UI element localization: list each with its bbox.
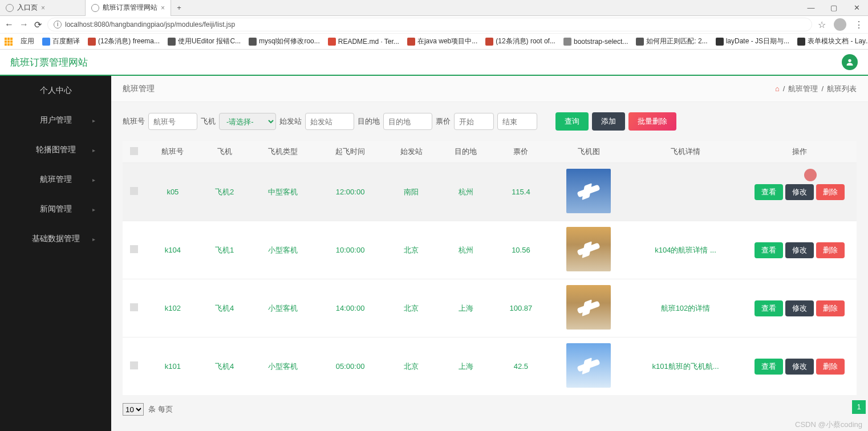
checkbox[interactable] xyxy=(130,303,138,311)
star-icon[interactable]: ☆ xyxy=(818,19,826,30)
add-button[interactable]: 添加 xyxy=(592,112,625,131)
cell-detail xyxy=(628,163,743,221)
crumb-link[interactable]: 航班管理 xyxy=(788,84,818,94)
plane-image[interactable] xyxy=(566,227,611,271)
view-button[interactable]: 查看 xyxy=(755,359,783,375)
dep-input[interactable] xyxy=(305,113,354,130)
plane-image[interactable] xyxy=(566,343,611,388)
home-icon[interactable]: ⌂ xyxy=(775,84,780,93)
checkbox[interactable] xyxy=(130,245,138,253)
bookmark[interactable]: 如何用正则匹配: 2... xyxy=(636,36,707,46)
cell-type: 小型客机 xyxy=(249,221,317,279)
view-button[interactable]: 查看 xyxy=(755,242,783,258)
cell-type: 中型客机 xyxy=(249,163,317,221)
address-bar[interactable]: i localhost:8080/hangbandingpiao/jsp/mod… xyxy=(47,18,812,31)
col-flight-no: 航班号 xyxy=(145,141,200,163)
cursor-icon xyxy=(804,169,817,181)
cell-ops: 查看 修改 删除 xyxy=(743,338,857,396)
col-time: 起飞时间 xyxy=(317,141,384,163)
plane-image[interactable] xyxy=(566,285,611,330)
page-indicator[interactable]: 1 xyxy=(852,400,866,414)
tab-entry[interactable]: 入口页 × xyxy=(0,0,86,16)
view-button[interactable]: 查看 xyxy=(755,300,783,316)
bookmark[interactable]: (12条消息) freema... xyxy=(88,36,160,46)
table-row: k101飞机4小型客机05:00:00北京上海42.5k101航班的飞机航...… xyxy=(123,338,857,396)
sidebar-item-news[interactable]: 新闻管理▸ xyxy=(0,194,111,224)
price-end-input[interactable] xyxy=(497,113,537,130)
bookmark[interactable]: mysql如何修改roo... xyxy=(249,36,320,46)
info-icon[interactable]: i xyxy=(54,21,62,29)
site-title: 航班订票管理网站 xyxy=(10,56,88,69)
page-size-suffix: 条 每页 xyxy=(148,404,173,414)
delete-button[interactable]: 删除 xyxy=(816,242,845,258)
tab-active[interactable]: 航班订票管理网站 × xyxy=(86,0,171,16)
edit-button[interactable]: 修改 xyxy=(785,359,814,375)
back-icon[interactable]: ← xyxy=(5,19,14,30)
batch-delete-button[interactable]: 批量删除 xyxy=(628,112,676,131)
globe-icon xyxy=(6,4,14,12)
cell-price: 42.5 xyxy=(493,338,549,396)
forward-icon[interactable]: → xyxy=(19,19,29,30)
sidebar-item-carousel[interactable]: 轮播图管理▸ xyxy=(0,135,111,165)
delete-button[interactable]: 删除 xyxy=(816,300,845,316)
reload-icon[interactable]: ⟳ xyxy=(34,19,42,30)
apps-icon[interactable] xyxy=(5,38,13,46)
bookmark[interactable]: layDate - JS日期与... xyxy=(716,36,789,46)
profile-icon[interactable] xyxy=(834,18,846,31)
cell-detail: k101航班的飞机航... xyxy=(628,338,743,396)
maximize-icon[interactable]: ▢ xyxy=(822,3,845,12)
close-icon[interactable]: × xyxy=(41,4,45,12)
checkbox-all[interactable] xyxy=(130,147,138,155)
edit-button[interactable]: 修改 xyxy=(785,300,814,316)
bookmark[interactable]: 使用UEditor 报错C... xyxy=(168,36,241,46)
bookmark[interactable]: 表单模块文档 - Lay... xyxy=(797,36,868,46)
cell-dest: 杭州 xyxy=(439,163,493,221)
cell-ops: 查看 修改 删除 xyxy=(743,163,857,221)
bookmark[interactable]: 百度翻译 xyxy=(42,36,80,46)
sidebar-item-users[interactable]: 用户管理▸ xyxy=(0,105,111,135)
menu-icon[interactable]: ⋮ xyxy=(854,19,863,30)
cell-dep: 北京 xyxy=(384,279,439,338)
delete-button[interactable]: 删除 xyxy=(816,359,845,375)
table-row: k104飞机1小型客机10:00:00北京杭州10.56k104的航班详情 ..… xyxy=(123,221,857,279)
new-tab-button[interactable]: + xyxy=(171,3,187,12)
edit-button[interactable]: 修改 xyxy=(785,242,814,258)
user-button[interactable] xyxy=(842,54,858,70)
sidebar-item-profile[interactable]: 个人中心 xyxy=(0,76,111,105)
sidebar-item-basedata[interactable]: 基础数据管理▸ xyxy=(0,224,111,254)
close-icon[interactable]: ✕ xyxy=(845,3,868,12)
bookmark[interactable]: bootstrap-select... xyxy=(563,38,628,46)
bookmark[interactable]: (12条消息) root of... xyxy=(485,36,555,46)
tab-strip: 入口页 × 航班订票管理网站 × + — ▢ ✕ xyxy=(0,0,868,16)
table-row: k102飞机4小型客机14:00:00北京上海100.87航班102的详情查看 … xyxy=(123,279,857,338)
cell-time: 05:00:00 xyxy=(317,338,384,396)
plane-label: 飞机 xyxy=(201,116,216,127)
col-dep: 始发站 xyxy=(384,141,439,163)
app-header: 航班订票管理网站 xyxy=(0,50,868,76)
minimize-icon[interactable]: — xyxy=(800,3,822,12)
delete-button[interactable]: 删除 xyxy=(816,184,845,200)
view-button[interactable]: 查看 xyxy=(755,184,783,200)
cell-detail: 航班102的详情 xyxy=(628,279,743,338)
price-start-input[interactable] xyxy=(454,113,494,130)
checkbox[interactable] xyxy=(130,361,138,369)
page-size-select[interactable]: 10 xyxy=(123,403,144,416)
bookmark[interactable]: README.md · Ter... xyxy=(328,38,399,46)
plane-image[interactable] xyxy=(566,169,611,213)
cell-type: 小型客机 xyxy=(249,279,317,338)
bookmark[interactable]: 应用 xyxy=(21,36,34,46)
query-button[interactable]: 查询 xyxy=(555,112,589,131)
plane-select[interactable]: -请选择- xyxy=(219,113,276,130)
checkbox[interactable] xyxy=(130,187,138,195)
dest-input[interactable] xyxy=(383,113,432,130)
dest-label: 目的地 xyxy=(358,116,380,127)
sidebar-item-flight[interactable]: 航班管理▸ xyxy=(0,165,111,194)
bookmark[interactable]: 在java web项目中... xyxy=(407,36,477,46)
cell-image xyxy=(549,279,628,338)
col-detail: 飞机详情 xyxy=(628,141,743,163)
watermark: CSDN @小蔡coding xyxy=(795,420,862,430)
close-icon[interactable]: × xyxy=(161,4,165,12)
cell-price: 100.87 xyxy=(493,279,549,338)
flight-no-input[interactable] xyxy=(148,113,197,130)
edit-button[interactable]: 修改 xyxy=(785,184,814,200)
